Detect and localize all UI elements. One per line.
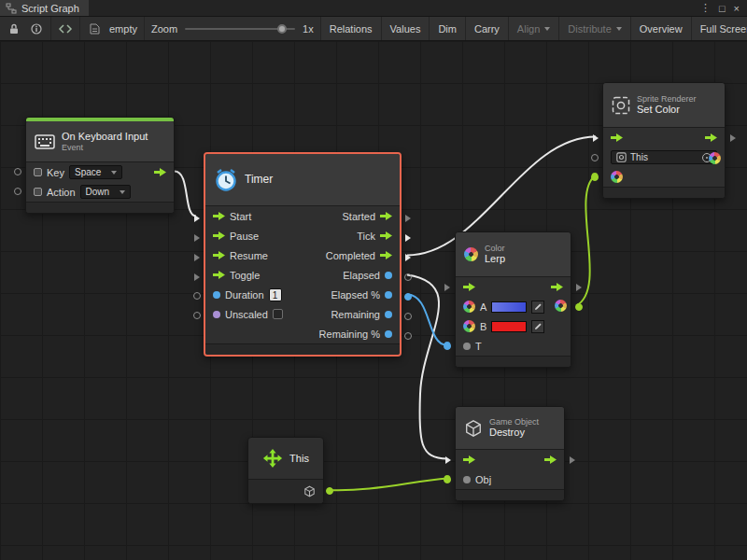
unscaled-checkbox[interactable]: [273, 309, 283, 319]
eyedropper-icon-a[interactable]: [531, 301, 544, 314]
info-icon[interactable]: [29, 21, 44, 36]
completed-out-arrow[interactable]: [380, 251, 392, 259]
flow-in-port[interactable]: [593, 134, 599, 142]
align-button[interactable]: Align: [509, 17, 559, 40]
elapsed-out-dot[interactable]: [385, 272, 392, 279]
elapsed-percent-port[interactable]: [404, 293, 412, 301]
node-on-keyboard-input[interactable]: On Keyboard Input Event Key Space Action…: [25, 117, 175, 214]
dim-button[interactable]: Dim: [430, 17, 466, 40]
overview-button[interactable]: Overview: [631, 17, 692, 40]
t-port[interactable]: [444, 343, 451, 350]
node-title: Timer: [245, 173, 273, 186]
color-type-icon: [463, 301, 475, 313]
tab-title: Script Graph: [21, 3, 79, 14]
values-button[interactable]: Values: [382, 17, 430, 40]
started-out-arrow[interactable]: [380, 212, 392, 220]
started-port[interactable]: [405, 215, 411, 222]
node-title: Destroy: [489, 427, 539, 439]
distribute-button[interactable]: Distribute: [559, 17, 630, 40]
eyedropper-icon-b[interactable]: [531, 320, 544, 333]
lock-icon[interactable]: [7, 21, 21, 36]
flow-in-arrow[interactable]: [611, 133, 623, 142]
graph-canvas[interactable]: On Keyboard Input Event Key Space Action…: [0, 41, 747, 560]
tick-port[interactable]: [405, 234, 411, 242]
target-port[interactable]: [591, 154, 599, 161]
keycode-type-icon: [34, 168, 42, 176]
tab-script-graph[interactable]: Script Graph: [0, 0, 89, 16]
key-dropdown[interactable]: Space: [69, 165, 122, 179]
relations-button[interactable]: Relations: [321, 17, 382, 40]
resume-in-arrow[interactable]: [213, 251, 225, 259]
color-b-swatch[interactable]: [491, 321, 527, 332]
close-icon[interactable]: ×: [734, 3, 740, 14]
action-row: Action Down: [26, 182, 174, 202]
result-port[interactable]: [575, 303, 583, 311]
zoom-slider-handle[interactable]: [277, 24, 287, 34]
node-destroy[interactable]: Game Object Destroy Obj: [455, 406, 565, 501]
start-port[interactable]: [194, 215, 200, 222]
maximize-icon[interactable]: □: [719, 3, 726, 14]
action-dropdown[interactable]: Down: [80, 185, 132, 199]
flow-in-arrow[interactable]: [463, 455, 475, 464]
obj-port[interactable]: [444, 476, 451, 483]
toolbar-collapse-group: [51, 17, 80, 40]
chevrons-icon[interactable]: [58, 21, 73, 36]
flow-out-arrow[interactable]: [544, 455, 557, 464]
flow-out-arrow[interactable]: [551, 283, 563, 291]
action-input-port[interactable]: [14, 188, 21, 195]
color-port[interactable]: [591, 174, 599, 181]
flow-in-port[interactable]: [445, 456, 451, 464]
remaining-port[interactable]: [404, 313, 412, 320]
flow-out-port[interactable]: [570, 456, 575, 464]
sprite-renderer-icon: [616, 152, 627, 162]
remaining-percent-port[interactable]: [404, 332, 412, 340]
remaining-percent-out-dot[interactable]: [385, 330, 392, 338]
completed-port[interactable]: [405, 254, 411, 261]
node-this[interactable]: This: [247, 437, 324, 504]
flow-in-arrow[interactable]: [463, 283, 475, 291]
elapsed-port[interactable]: [404, 273, 412, 281]
resume-port[interactable]: [194, 254, 200, 261]
wire-timer-elapsed-to-lerp-t[interactable]: [407, 295, 446, 345]
flow-out-arrow[interactable]: [705, 133, 717, 142]
pause-port[interactable]: [194, 234, 200, 242]
wire-keyboard-to-timer-start[interactable]: [175, 172, 196, 217]
unscaled-port[interactable]: [193, 312, 201, 319]
alarm-clock-icon: [214, 168, 238, 192]
zoom-slider[interactable]: [185, 28, 295, 30]
toggle-port[interactable]: [194, 273, 200, 281]
fullscreen-button[interactable]: Full Screen: [692, 17, 747, 40]
trigger-out-arrow[interactable]: [154, 168, 166, 176]
tick-out-arrow[interactable]: [380, 231, 392, 240]
duration-port[interactable]: [193, 292, 201, 300]
t-in-dot[interactable]: [463, 343, 471, 350]
key-input-port[interactable]: [14, 168, 21, 175]
toggle-in-arrow[interactable]: [213, 271, 225, 279]
node-set-color[interactable]: Sprite Renderer Set Color This: [602, 82, 726, 199]
unscaled-in-dot[interactable]: [213, 311, 220, 318]
node-title: Lerp: [485, 253, 505, 265]
wire-this-to-destroy-obj[interactable]: [327, 479, 447, 491]
duration-in-dot[interactable]: [213, 291, 220, 299]
elapsed-percent-out-dot[interactable]: [385, 291, 392, 299]
remaining-out-dot[interactable]: [385, 311, 392, 318]
target-field[interactable]: This: [611, 150, 717, 164]
flow-out-port[interactable]: [730, 134, 736, 142]
wire-timer-completed-to-destroy[interactable]: [407, 275, 447, 459]
carry-button[interactable]: Carry: [466, 17, 509, 40]
duration-field[interactable]: 1: [269, 288, 282, 301]
flow-in-port[interactable]: [444, 284, 450, 291]
obj-in-dot[interactable]: [463, 476, 471, 483]
node-timer[interactable]: Timer Start Started Pause Tick Resume Co…: [204, 152, 402, 357]
pause-in-arrow[interactable]: [213, 231, 225, 240]
node-color-lerp[interactable]: Color Lerp A B T: [455, 231, 571, 368]
toolbar-graph-name-group: empty: [80, 17, 145, 40]
game-object-icon: [464, 419, 483, 438]
color-input-icon: [611, 171, 623, 183]
window-menu-icon[interactable]: ⋮: [700, 2, 711, 14]
start-in-arrow[interactable]: [213, 212, 225, 220]
flow-out-port[interactable]: [576, 284, 582, 291]
color-a-swatch[interactable]: [491, 301, 527, 313]
node-title: This: [289, 453, 309, 464]
self-output-port[interactable]: [326, 487, 333, 495]
